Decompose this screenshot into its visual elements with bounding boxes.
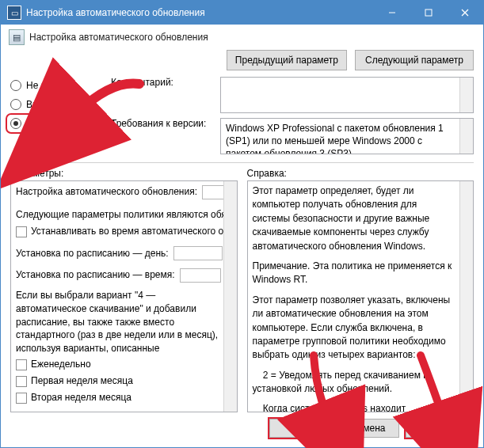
radio-label: Не задано xyxy=(26,80,72,91)
policy-editor-window: ▭ Настройка автоматического обновления ▤… xyxy=(0,0,484,448)
dropdown-time[interactable] xyxy=(180,268,221,283)
details-col: Комментарий: Требования к версии: Window… xyxy=(111,77,474,154)
radio-enabled[interactable]: Включено xyxy=(10,99,101,110)
parameters-panel[interactable]: Настройка автоматического обновления: Сл… xyxy=(10,180,238,412)
comment-textarea[interactable] xyxy=(220,77,474,113)
param-first-week[interactable]: Первая неделя месяца xyxy=(16,374,221,389)
requirements-label: Требования к версии: xyxy=(111,118,214,129)
svg-rect-1 xyxy=(425,9,432,16)
apply-button[interactable]: Применить xyxy=(406,419,472,438)
help-content: Этот параметр определяет, будет ли компь… xyxy=(248,181,474,412)
upper-section: Не задано Включено Отключено Комментарий… xyxy=(1,77,483,158)
document-icon: ▤ xyxy=(9,29,25,45)
parameters-column: Параметры: Настройка автоматического обн… xyxy=(10,166,238,412)
previous-setting-button[interactable]: Предыдущий параметр xyxy=(227,50,347,70)
radio-icon xyxy=(10,118,21,129)
radio-disabled[interactable]: Отключено xyxy=(9,116,103,131)
ok-button[interactable]: ОК xyxy=(269,419,331,438)
radio-label: Отключено xyxy=(26,118,75,129)
radio-label: Включено xyxy=(26,99,70,110)
help-header: Справка: xyxy=(247,166,474,180)
param-weekly[interactable]: Еженедельно xyxy=(16,357,221,372)
parameters-content: Настройка автоматического обновления: Сл… xyxy=(11,181,237,410)
help-column: Справка: Этот параметр определяет, будет… xyxy=(247,166,474,412)
separator xyxy=(10,162,474,163)
window-controls xyxy=(374,1,483,25)
policy-header: ▤ Настройка автоматического обновления xyxy=(1,25,483,48)
checkbox-icon xyxy=(16,226,27,237)
dropdown-day[interactable] xyxy=(173,246,223,260)
next-setting-button[interactable]: Следующий параметр xyxy=(355,50,474,70)
requirements-value: Windows XP Professional с пакетом обновл… xyxy=(221,119,473,154)
parameters-header: Параметры: xyxy=(10,166,238,180)
titlebar: ▭ Настройка автоматического обновления xyxy=(1,1,483,25)
param-mandatory-note: Следующие параметры политики являются об… xyxy=(16,207,221,222)
comment-label: Комментарий: xyxy=(111,77,214,88)
policy-name: Настройка автоматического обновления xyxy=(29,32,208,43)
window-title: Настройка автоматического обновления xyxy=(26,7,374,18)
comment-value xyxy=(221,78,473,84)
nav-row: Предыдущий параметр Следующий параметр xyxy=(1,48,483,77)
checkbox-icon xyxy=(16,393,27,404)
param-update-config: Настройка автоматического обновления: xyxy=(16,184,221,199)
radio-icon xyxy=(10,99,21,110)
checkbox-icon xyxy=(16,359,27,370)
param-schedule-day: Установка по расписанию — день: xyxy=(16,246,221,261)
comment-row: Комментарий: xyxy=(111,77,474,113)
checkbox-icon xyxy=(16,376,27,387)
lower-section: Параметры: Настройка автоматического обн… xyxy=(1,166,483,412)
radio-icon xyxy=(10,80,21,91)
param-second-week[interactable]: Вторая неделя месяца xyxy=(16,390,221,405)
requirements-textarea[interactable]: Windows XP Professional с пакетом обновл… xyxy=(220,118,474,154)
dialog-buttons: ОК Отмена Применить xyxy=(1,412,483,447)
requirements-row: Требования к версии: Windows XP Professi… xyxy=(111,118,474,154)
radio-not-configured[interactable]: Не задано xyxy=(10,80,101,91)
maximize-button[interactable] xyxy=(410,1,447,25)
minimize-button[interactable] xyxy=(374,1,410,25)
policy-icon: ▭ xyxy=(7,6,21,20)
param-install-maintenance[interactable]: Устанавливать во время автоматического о… xyxy=(16,224,221,239)
param-variant4-note: Если вы выбрали вариант "4 — автоматичес… xyxy=(16,289,221,355)
cancel-button[interactable]: Отмена xyxy=(337,419,399,438)
close-button[interactable] xyxy=(447,1,483,25)
param-schedule-time: Установка по расписанию — время: xyxy=(16,268,221,283)
help-panel[interactable]: Этот параметр определяет, будет ли компь… xyxy=(247,180,474,412)
state-radios: Не задано Включено Отключено xyxy=(10,77,101,154)
